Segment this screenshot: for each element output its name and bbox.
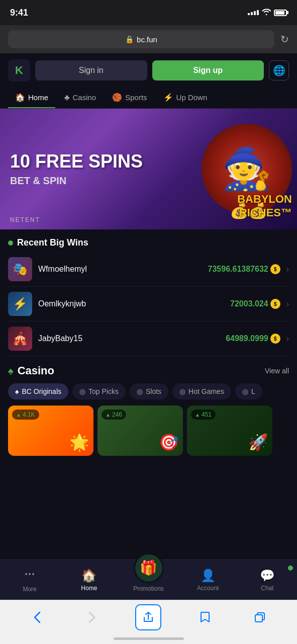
casino-tab-hot-games[interactable]: ◎ Hot Games — [172, 383, 231, 399]
banner-text: 10 FREE SPINS BET & SPIN — [10, 151, 143, 187]
globe-icon: 🌐 — [273, 64, 285, 76]
recent-big-wins-label: Recent Big Wins — [17, 237, 88, 248]
win-value-2: 72003.024 — [230, 299, 268, 308]
banner-game-title: BABYLONRICHES™ — [237, 193, 292, 219]
top-picks-label: Top Picks — [88, 387, 119, 395]
url-text: bc.fun — [137, 35, 157, 44]
green-dot-icon — [8, 240, 13, 246]
game-badge-3: ▲ 451 — [191, 410, 216, 420]
more-nav-label: More — [23, 586, 36, 593]
promotions-icon: 🎁 — [140, 559, 157, 576]
casino-nav-icon: ♣ — [64, 93, 70, 102]
promo-banner[interactable]: 10 FREE SPINS BET & SPIN 🧙 💰💰 BABYLONRIC… — [0, 109, 297, 229]
nav-tab-home-label: Home — [28, 93, 48, 102]
game-badge-2: ▲ 246 — [102, 410, 126, 420]
status-bar: 9:41 — [0, 0, 297, 25]
banner-subtitle: BET & SPIN — [10, 175, 143, 187]
ios-back-button[interactable] — [26, 606, 48, 628]
lock-icon: 🔒 — [125, 35, 134, 43]
logo-icon: K — [15, 64, 23, 77]
win-value-3: 64989.0999 — [226, 334, 268, 343]
game-card-1[interactable]: ▲ 4.1K 🌟 — [8, 406, 93, 456]
coin-icon-2: $ — [270, 299, 280, 309]
status-time: 9:41 — [10, 8, 28, 18]
casino-tab-top-picks[interactable]: ◎ Top Picks — [72, 383, 126, 399]
win-item-2[interactable]: ⚡ Oemlkyknjwb 72003.024 $ › — [8, 287, 289, 321]
bc-originals-icon: ♠ — [15, 387, 19, 395]
win-item-1[interactable]: 🎭 Wfmoelhemyl 73596.61387632 $ › — [8, 252, 289, 287]
language-button[interactable]: 🌐 — [269, 60, 289, 80]
bottom-nav-account[interactable]: 👤 Account — [178, 565, 238, 596]
nav-tab-sports[interactable]: 🏀 Sports — [105, 88, 154, 108]
nav-tab-casino-label: Casino — [73, 93, 96, 102]
signal-bars-icon — [248, 10, 259, 15]
chat-badge — [288, 566, 293, 571]
coin-icon-1: $ — [270, 264, 280, 274]
bottom-nav-chat[interactable]: 💬 Chat — [238, 565, 297, 596]
app-header: K Sign in Sign up 🌐 — [0, 53, 297, 88]
nav-tabs: 🏠 Home ♣ Casino 🏀 Sports ⚡ Up Down — [0, 88, 297, 109]
game-cards: ▲ 4.1K 🌟 ▲ 246 🎯 ▲ 451 🚀 — [8, 406, 289, 458]
casino-tab-bc-originals[interactable]: ♠ BC Originals — [8, 383, 68, 399]
win-username-2: Oemlkyknjwb — [38, 299, 224, 308]
casino-title-label: Casino — [18, 364, 54, 377]
win-item-3[interactable]: 🎪 JabyBaby15 64989.0999 $ › — [8, 321, 289, 356]
logo[interactable]: K — [8, 59, 30, 82]
nav-tab-updown-label: Up Down — [176, 93, 208, 102]
nav-tab-home[interactable]: 🏠 Home — [8, 88, 55, 108]
win-amount-3: 64989.0999 $ — [226, 334, 280, 344]
win-avatar-3: 🎪 — [8, 327, 32, 351]
slots-label: Slots — [146, 387, 161, 395]
live-label: L — [251, 387, 255, 395]
recent-big-wins-title: Recent Big Wins — [8, 237, 289, 248]
badge-arrow-icon-3: ▲ — [195, 412, 200, 418]
spade-icon: ♠ — [8, 365, 14, 377]
chevron-right-icon-3: › — [286, 334, 289, 343]
casino-tab-live[interactable]: ◎ L — [235, 383, 262, 399]
badge-value-3: 451 — [202, 411, 212, 418]
win-username-3: JabyBaby15 — [38, 334, 220, 343]
svg-point-1 — [29, 573, 31, 575]
signin-button[interactable]: Sign in — [35, 60, 147, 80]
updown-nav-icon: ⚡ — [163, 93, 173, 102]
live-icon: ◎ — [242, 387, 248, 395]
sports-nav-icon: 🏀 — [112, 93, 122, 102]
ios-share-button[interactable] — [135, 604, 161, 630]
nav-tab-updown[interactable]: ⚡ Up Down — [156, 88, 215, 108]
view-all-button[interactable]: View all — [265, 367, 289, 375]
banner-brand: NETENT — [10, 216, 40, 223]
nav-tab-casino[interactable]: ♣ Casino — [57, 88, 103, 108]
bottom-nav-home[interactable]: 🏠 Home — [59, 565, 119, 596]
game-emoji-1: 🌟 — [69, 433, 89, 452]
account-label: Account — [197, 585, 219, 592]
hot-games-icon: ◎ — [179, 387, 185, 395]
bottom-nav-promotions[interactable]: 🎁 Promotions — [119, 564, 178, 596]
nav-tab-sports-label: Sports — [125, 93, 147, 102]
status-icons — [248, 8, 287, 17]
win-amount-1: 73596.61387632 $ — [208, 264, 280, 274]
ios-bookmark-button[interactable] — [194, 606, 216, 628]
hot-games-label: Hot Games — [188, 387, 224, 395]
chevron-right-icon-1: › — [286, 265, 289, 274]
signup-button[interactable]: Sign up — [152, 60, 264, 80]
app-container: K Sign in Sign up 🌐 🏠 Home ♣ Casino 🏀 Sp… — [0, 53, 297, 582]
bottom-nav-more[interactable]: More — [0, 564, 59, 597]
home-bottom-icon: 🏠 — [81, 569, 96, 583]
ios-forward-button — [81, 606, 103, 628]
browser-url-bar[interactable]: 🔒 bc.fun — [8, 30, 274, 48]
win-avatar-1: 🎭 — [8, 257, 32, 281]
game-card-2[interactable]: ▲ 246 🎯 — [97, 406, 183, 456]
casino-section: ♠ Casino View all ♠ BC Originals ◎ Top P… — [0, 356, 297, 462]
ios-tabs-button[interactable] — [249, 606, 271, 628]
casino-title: ♠ Casino — [8, 364, 54, 377]
svg-rect-3 — [255, 615, 262, 622]
badge-value-2: 246 — [112, 411, 122, 418]
promotions-label: Promotions — [133, 585, 164, 592]
win-avatar-2: ⚡ — [8, 292, 32, 316]
recent-big-wins-section: Recent Big Wins — [0, 229, 297, 252]
game-card-3[interactable]: ▲ 451 🚀 — [187, 406, 272, 456]
chevron-right-icon-2: › — [286, 299, 289, 308]
refresh-icon[interactable]: ↻ — [280, 33, 289, 45]
casino-tab-slots[interactable]: ◎ Slots — [130, 383, 168, 399]
home-bottom-label: Home — [81, 585, 97, 592]
